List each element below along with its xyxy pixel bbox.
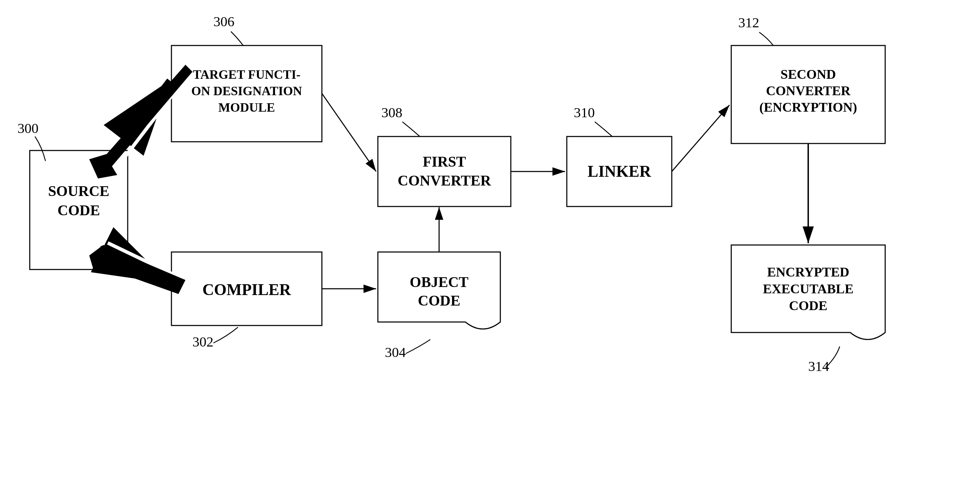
object-code-label1: OBJECT — [410, 274, 468, 290]
ref-310: 310 — [574, 105, 595, 120]
arrow-source-to-target-inner — [108, 89, 177, 179]
ref-312-line — [759, 32, 773, 46]
second-converter-label1: SECOND — [781, 67, 836, 81]
arrow-linker-to-second-converter — [672, 105, 730, 172]
ref-304-line — [406, 340, 430, 354]
linker-label: LINKER — [587, 163, 651, 180]
second-converter-label2: CONVERTER — [766, 83, 851, 98]
diagram-svg: SOURCE CODE TARGET FUNCTI- ON DESIGNATIO… — [0, 0, 980, 504]
ref-308: 308 — [381, 105, 402, 120]
ref-300: 300 — [18, 120, 38, 136]
source-code-label: SOURCE — [48, 183, 109, 199]
object-code-box — [378, 252, 500, 329]
ref-308-line — [402, 122, 420, 137]
encrypted-code-label1: ENCRYPTED — [767, 265, 849, 279]
encrypted-code-label3: CODE — [789, 298, 827, 313]
ref-302-line — [213, 327, 238, 343]
diagram-container: SOURCE CODE TARGET FUNCTI- ON DESIGNATIO… — [0, 0, 980, 504]
ref-314: 314 — [808, 359, 829, 374]
ref-310-line — [595, 122, 612, 137]
compiler-label: COMPILER — [202, 281, 291, 298]
ref-304: 304 — [385, 345, 406, 360]
ref-306: 306 — [213, 14, 234, 29]
object-code-label2: CODE — [418, 293, 460, 309]
source-code-label2: CODE — [57, 202, 100, 219]
second-converter-label3: (ENCRYPTION) — [759, 100, 857, 115]
ref-302: 302 — [192, 334, 213, 350]
arrow-target-to-first-converter — [322, 93, 376, 172]
target-function-label1: TARGET FUNCTI- — [193, 67, 301, 81]
target-function-label3: MODULE — [218, 100, 275, 115]
first-converter-box — [378, 137, 511, 206]
target-function-label2: ON DESIGNATION — [191, 84, 302, 98]
ref-312: 312 — [738, 15, 759, 30]
first-converter-label1: FIRST — [423, 154, 466, 170]
first-converter-label2: CONVERTER — [398, 172, 492, 189]
ref-306-line — [231, 32, 243, 46]
encrypted-code-label2: EXECUTABLE — [763, 281, 853, 296]
